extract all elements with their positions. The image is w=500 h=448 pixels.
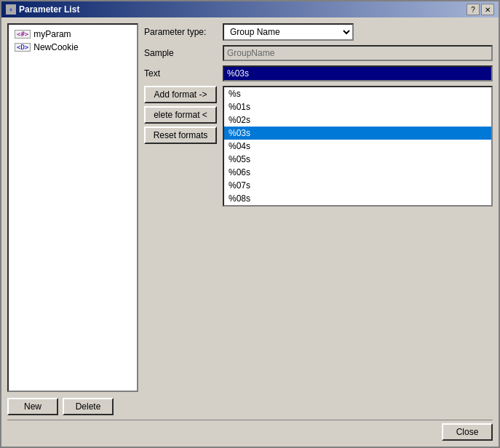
- text-input[interactable]: [223, 65, 493, 81]
- window-close-button[interactable]: ✕: [481, 4, 494, 15]
- format-item-06s[interactable]: %06s: [224, 166, 491, 179]
- delete-button[interactable]: Delete: [63, 398, 114, 415]
- format-item-s[interactable]: %s: [224, 87, 491, 100]
- help-button[interactable]: ?: [467, 4, 480, 15]
- format-item-05s[interactable]: %05s: [224, 153, 491, 166]
- sample-label: Sample: [144, 48, 217, 58]
- tree-item-myparam[interactable]: <#> myParam: [12, 28, 134, 41]
- right-panel: Parameter type: Group Name Cookie Header…: [144, 23, 493, 415]
- format-item-01s[interactable]: %01s: [224, 100, 491, 113]
- format-item-08s[interactable]: %08s: [224, 192, 491, 205]
- title-buttons: ? ✕: [467, 4, 494, 15]
- tree-label-newcookie: NewCookie: [33, 42, 78, 52]
- window-title: Parameter List: [19, 4, 79, 15]
- close-button[interactable]: Close: [442, 423, 493, 441]
- add-format-button[interactable]: Add format ->: [144, 86, 217, 103]
- tree-icon-newcookie: <D>: [15, 43, 31, 52]
- new-button[interactable]: New: [7, 398, 58, 415]
- text-row: Text: [144, 65, 493, 81]
- param-type-dropdown[interactable]: Group Name Cookie Header Query String: [223, 23, 354, 41]
- param-type-row: Parameter type: Group Name Cookie Header…: [144, 23, 493, 41]
- tree-label-myparam: myParam: [33, 29, 71, 39]
- format-item-02s[interactable]: %02s: [224, 113, 491, 127]
- window-content: <#> myParam <D> NewCookie New Delete: [1, 17, 499, 447]
- format-list[interactable]: %s %01s %02s %03s %04s %05s %06s %07s %0…: [223, 86, 493, 207]
- param-type-label: Parameter type:: [144, 27, 217, 37]
- window-icon: ♦: [6, 4, 16, 15]
- sample-row: Sample GroupName: [144, 45, 493, 61]
- left-panel: <#> myParam <D> NewCookie New Delete: [7, 23, 138, 415]
- format-item-04s[interactable]: %04s: [224, 140, 491, 153]
- main-area: <#> myParam <D> NewCookie New Delete: [7, 23, 493, 415]
- tree-icon-myparam: <#>: [15, 30, 31, 39]
- text-label: Text: [144, 68, 217, 79]
- controls-and-list: Add format -> elete format < Reset forma…: [144, 86, 493, 207]
- title-bar: ♦ Parameter List ? ✕: [1, 1, 499, 17]
- format-item-03s[interactable]: %03s: [224, 127, 491, 140]
- title-bar-left: ♦ Parameter List: [6, 4, 79, 15]
- delete-format-button[interactable]: elete format <: [144, 106, 217, 124]
- format-item-07s[interactable]: %07s: [224, 179, 491, 192]
- parameter-tree[interactable]: <#> myParam <D> NewCookie: [7, 23, 138, 392]
- sample-field: GroupName: [223, 45, 493, 61]
- tree-item-newcookie[interactable]: <D> NewCookie: [12, 41, 134, 54]
- left-bottom-buttons: New Delete: [7, 392, 138, 415]
- parameter-list-window: ♦ Parameter List ? ✕ <#> myParam <D> New: [0, 0, 500, 448]
- format-buttons: Add format -> elete format < Reset forma…: [144, 86, 217, 207]
- reset-formats-button[interactable]: Reset formats: [144, 127, 217, 144]
- footer-row: Close: [7, 420, 493, 441]
